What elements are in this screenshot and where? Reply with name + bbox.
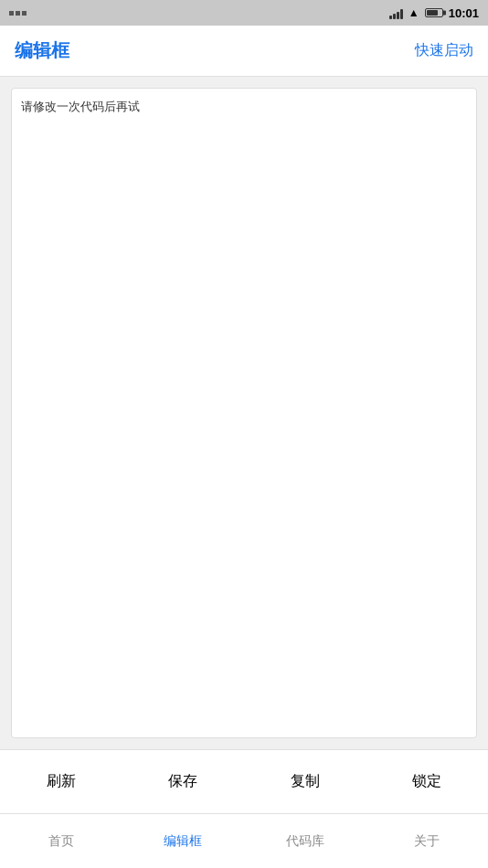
header: 编辑框 快速启动 (0, 26, 488, 77)
header-title: 编辑框 (15, 38, 69, 63)
tab-editor[interactable]: 编辑框 (122, 814, 245, 868)
tab-about[interactable]: 关于 (366, 814, 489, 868)
tab-bar: 首页 编辑框 代码库 关于 (0, 813, 488, 868)
battery-icon (425, 8, 443, 17)
save-button[interactable]: 保存 (122, 772, 245, 791)
copy-button[interactable]: 复制 (244, 772, 366, 791)
status-time: 10:01 (449, 6, 479, 20)
quick-start-button[interactable]: 快速启动 (415, 41, 473, 60)
lock-button[interactable]: 锁定 (366, 772, 489, 791)
signal-icon (389, 6, 403, 19)
refresh-button[interactable]: 刷新 (0, 772, 122, 791)
app-icons (9, 11, 27, 16)
tab-home[interactable]: 首页 (0, 814, 122, 868)
tab-codelib[interactable]: 代码库 (244, 814, 366, 868)
editor-area[interactable]: 请修改一次代码后再试 (11, 88, 477, 738)
bottom-toolbar: 刷新 保存 复制 锁定 (0, 749, 488, 813)
status-bar-left (9, 11, 27, 16)
status-bar-right: ▲ 10:01 (389, 6, 479, 20)
status-bar: ▲ 10:01 (0, 0, 488, 26)
editor-content: 请修改一次代码后再试 (21, 100, 140, 113)
wifi-icon: ▲ (408, 6, 419, 19)
